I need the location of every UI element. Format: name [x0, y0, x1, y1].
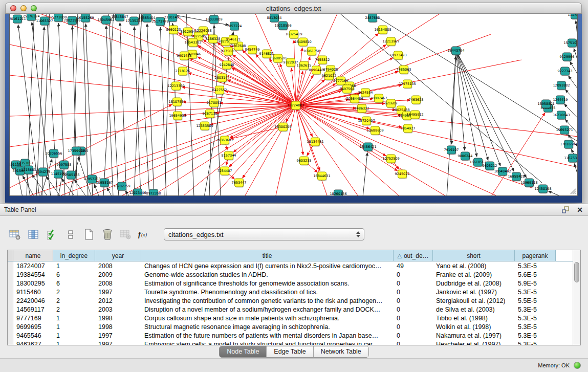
cell-name[interactable]: 9463627: [13, 341, 53, 346]
cell-pagerank[interactable]: 5.3E-5: [515, 323, 556, 331]
table-row[interactable]: 946362711997Embryonic stem cells: a mode…: [8, 340, 580, 345]
scrollbar-thumb[interactable]: [574, 262, 579, 282]
column-header-in_degree[interactable]: in_degree: [53, 250, 95, 261]
cell-out_degree[interactable]: 0: [394, 315, 433, 322]
cell-in_degree[interactable]: 6: [53, 271, 95, 278]
cell-out_degree[interactable]: 0: [394, 271, 433, 278]
cell-year[interactable]: 2003: [95, 306, 141, 313]
table-row[interactable]: 969969511998Structural magnetic resonanc…: [8, 322, 580, 331]
network-canvas[interactable]: 1872400716325419164098101696175879558121…: [9, 14, 578, 196]
cell-pagerank[interactable]: 5.6E-5: [515, 271, 556, 278]
new-table-button[interactable]: [82, 228, 96, 242]
cell-pagerank[interactable]: 5.3E-5: [515, 306, 556, 313]
cell-out_degree[interactable]: 0: [394, 323, 433, 331]
cell-name[interactable]: 9115460: [13, 289, 53, 296]
cell-year[interactable]: 1998: [95, 323, 141, 331]
cell-year[interactable]: 1997: [95, 289, 141, 296]
tab-network-table[interactable]: Network Table: [314, 346, 368, 357]
close-panel-icon[interactable]: ✕: [577, 206, 583, 214]
cell-name[interactable]: 9699695: [13, 323, 53, 331]
cell-in_degree[interactable]: 1: [53, 315, 95, 322]
window-titlebar[interactable]: citations_edges.txt: [5, 3, 582, 14]
cell-short[interactable]: Jankovic et al. (1997): [433, 289, 515, 296]
table-row[interactable]: 911546021997Tourette syndrome. Phenomeno…: [8, 288, 580, 296]
cell-pagerank[interactable]: 5.9E-5: [515, 280, 556, 287]
table-row[interactable]: 946554611997Estimation of the future num…: [8, 331, 580, 340]
cell-pagerank[interactable]: 5.3E-5: [515, 315, 556, 322]
column-header-short[interactable]: short: [433, 250, 515, 261]
row-height-button[interactable]: [63, 228, 77, 242]
resize-grip[interactable]: [569, 187, 576, 194]
cell-title[interactable]: Estimation of significance thresholds fo…: [141, 280, 394, 287]
tab-edge-table[interactable]: Edge Table: [267, 346, 313, 357]
select-rows-button[interactable]: [45, 228, 59, 242]
cell-in_degree[interactable]: 2: [53, 289, 95, 296]
cell-short[interactable]: de Silva et al. (2003): [433, 306, 515, 313]
cell-short[interactable]: Yano et al. (2008): [433, 262, 515, 270]
cell-year[interactable]: 2008: [95, 262, 141, 270]
cell-short[interactable]: Dudbridge et al. (2008): [433, 280, 515, 287]
float-panel-icon[interactable]: [562, 206, 570, 213]
cell-name[interactable]: 22420046: [13, 297, 53, 304]
cell-pagerank[interactable]: 5.3E-5: [515, 289, 556, 296]
table-row[interactable]: 1872400712008Changes of HCN gene express…: [8, 261, 580, 270]
cell-short[interactable]: Hescheler et al. (1997): [433, 341, 515, 346]
tab-node-table[interactable]: Node Table: [220, 346, 267, 357]
table-row[interactable]: 1830029562008Estimation of significance …: [8, 279, 580, 288]
cell-title[interactable]: Investigating the contribution of common…: [141, 297, 394, 304]
cell-title[interactable]: Structural magnetic resonance image aver…: [141, 323, 394, 331]
cell-in_degree[interactable]: 1: [53, 332, 95, 339]
cell-name[interactable]: 18724007: [13, 262, 53, 270]
cell-year[interactable]: 2008: [95, 280, 141, 287]
cell-short[interactable]: Nakamura et al. (1997): [433, 332, 515, 339]
cell-short[interactable]: Franke et al. (2009): [433, 271, 515, 278]
cell-name[interactable]: 9465546: [13, 332, 53, 339]
cell-name[interactable]: 18300295: [13, 280, 53, 287]
cell-short[interactable]: Stergiakouli et al. (2012): [433, 297, 515, 304]
cell-title[interactable]: Changes of HCN gene expression and I(f) …: [141, 262, 394, 270]
cell-pagerank[interactable]: 5.5E-5: [515, 297, 556, 304]
function-builder-button[interactable]: f(x): [137, 228, 151, 242]
column-header-year[interactable]: year: [95, 250, 141, 261]
vertical-scrollbar[interactable]: [573, 250, 580, 345]
cell-in_degree[interactable]: 2: [53, 306, 95, 313]
cell-in_degree[interactable]: 1: [53, 262, 95, 270]
cell-out_degree[interactable]: 0: [394, 289, 433, 296]
table-row[interactable]: 1456911722003Disruption of a novel membe…: [8, 305, 580, 314]
cell-title[interactable]: Embryonic stem cells: a model to study s…: [141, 341, 394, 346]
table-select-dropdown[interactable]: citations_edges.txt: [164, 228, 364, 240]
cell-pagerank[interactable]: 5.3E-5: [515, 262, 556, 270]
cell-short[interactable]: Tibbo et al. (1998): [433, 315, 515, 322]
cell-title[interactable]: Genome-wide association studies in ADHD.: [141, 271, 394, 278]
cell-out_degree[interactable]: 49: [394, 262, 433, 270]
cell-title[interactable]: Tourette syndrome. Phenomenology and cla…: [141, 289, 394, 296]
cell-title[interactable]: Corpus callosum shape and size in male p…: [141, 315, 394, 322]
table-row[interactable]: 2242004622012Investigating the contribut…: [8, 296, 580, 305]
column-header-name[interactable]: name: [13, 250, 53, 261]
cell-pagerank[interactable]: 5.3E-5: [515, 341, 556, 346]
cell-out_degree[interactable]: 0: [394, 306, 433, 313]
cell-name[interactable]: 14569117: [13, 306, 53, 313]
cell-in_degree[interactable]: 2: [53, 297, 95, 304]
cell-title[interactable]: Disruption of a novel member of a sodium…: [141, 306, 394, 313]
cell-name[interactable]: 19384554: [13, 271, 53, 278]
cell-title[interactable]: Estimation of the future numbers of pati…: [141, 332, 394, 339]
cell-pagerank[interactable]: 5.3E-5: [515, 332, 556, 339]
column-header-pagerank[interactable]: pagerank: [515, 250, 556, 261]
cell-in_degree[interactable]: 6: [53, 280, 95, 287]
cell-year[interactable]: 1997: [95, 332, 141, 339]
cell-out_degree[interactable]: 0: [394, 297, 433, 304]
table-row[interactable]: 977716911998Corpus callosum shape and si…: [8, 314, 580, 322]
table-settings-button[interactable]: [8, 228, 22, 242]
cell-out_degree[interactable]: 0: [394, 332, 433, 339]
cell-in_degree[interactable]: 1: [53, 323, 95, 331]
cell-out_degree[interactable]: 0: [394, 280, 433, 287]
cell-out_degree[interactable]: 0: [394, 341, 433, 346]
cell-year[interactable]: 1998: [95, 315, 141, 322]
cell-name[interactable]: 9777169: [13, 315, 53, 322]
delete-column-button[interactable]: [100, 228, 114, 242]
column-visibility-button[interactable]: [27, 228, 40, 242]
column-header-title[interactable]: title: [141, 250, 394, 261]
cell-short[interactable]: Wolkin et al. (1998): [433, 323, 515, 331]
cell-year[interactable]: 1997: [95, 341, 141, 346]
